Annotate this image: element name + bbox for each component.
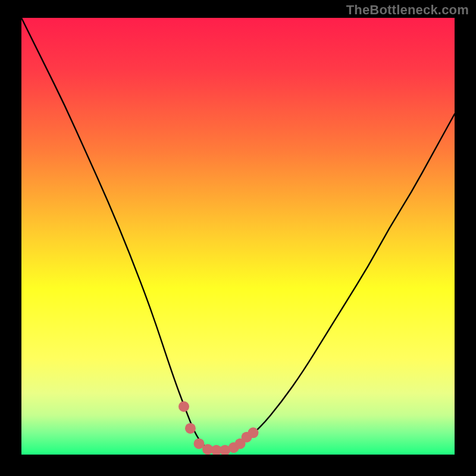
highlight-dot bbox=[185, 423, 196, 434]
plot-svg bbox=[21, 18, 455, 455]
attribution-text: TheBottleneck.com bbox=[346, 2, 469, 18]
gradient-background bbox=[21, 18, 455, 455]
highlight-dot bbox=[248, 427, 258, 438]
highlight-dot bbox=[178, 401, 189, 412]
plot-area bbox=[21, 18, 455, 455]
chart-container: TheBottleneck.com bbox=[0, 0, 476, 476]
